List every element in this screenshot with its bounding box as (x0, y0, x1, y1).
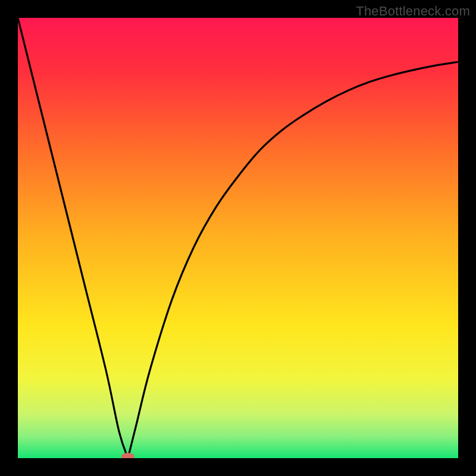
chart-frame: TheBottleneck.com (0, 0, 476, 476)
chart-plot (18, 18, 458, 458)
watermark-text: TheBottleneck.com (356, 4, 470, 19)
chart-background (18, 18, 458, 458)
